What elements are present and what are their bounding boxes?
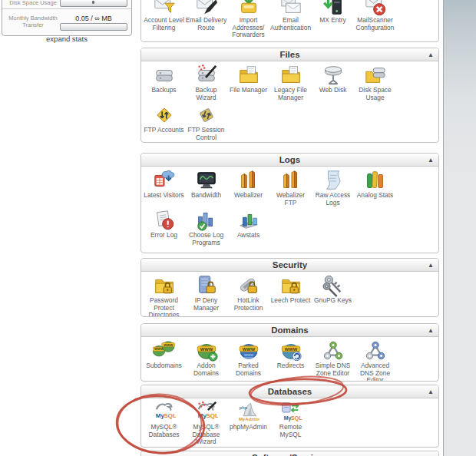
mailscanner-configuration-icon — [364, 0, 387, 17]
app-item-raw-access-logs[interactable]: Raw Access Logs — [312, 169, 354, 207]
app-item-label: MySQL® Database Wizard — [185, 424, 227, 446]
section-panel-files: Files▲BackupsBackup WizardFile ManagerLe… — [140, 48, 439, 143]
app-item-label: MySQL® Databases — [143, 424, 185, 438]
app-item-mysql-databases[interactable]: MySQLMySQL® Databases — [143, 401, 185, 446]
app-item-label: Simple DNS Zone Editor — [312, 362, 354, 377]
stats-sidebar: Disk Space Usage Monthly Bandwidth Trans… — [2, 0, 132, 36]
disk-space-usage-label: Disk Space Usage — [6, 0, 60, 7]
section-header-files[interactable]: Files▲ — [141, 48, 438, 61]
app-item-redirects[interactable]: WWWRedirects — [269, 339, 312, 382]
app-item-import-addresses-forwarders[interactable]: Import Addresses/ Forwarders — [227, 0, 269, 39]
page-right-gutter[interactable] — [443, 0, 476, 456]
app-item-label: Parked Domains — [227, 362, 269, 377]
app-item-email-authentication[interactable]: Email Authentication — [269, 0, 312, 39]
app-item-legacy-file-manager[interactable]: Legacy File Manager — [269, 64, 312, 101]
app-item-mysql-database-wizard[interactable]: MySQLMySQL® Database Wizard — [185, 401, 227, 446]
error-log-icon — [153, 209, 176, 232]
legacy-file-manager-icon — [279, 64, 302, 87]
app-item-latest-visitors[interactable]: Latest Visitors — [143, 169, 185, 207]
expand-stats-link[interactable]: expand stats — [2, 35, 132, 43]
app-item-backup-wizard[interactable]: Backup Wizard — [185, 64, 227, 101]
app-item-label: Webalizer FTP — [269, 192, 312, 207]
ftp-accounts-icon — [153, 104, 176, 127]
analog-stats-icon — [364, 169, 387, 192]
app-item-error-log[interactable]: Error Log — [143, 209, 185, 246]
app-item-simple-dns-zone-editor[interactable]: Simple DNS Zone Editor — [312, 339, 354, 382]
bandwidth-transfer-bar — [60, 23, 127, 31]
section-header-domains[interactable]: Domains▲ — [141, 324, 438, 337]
section-title: Databases — [268, 387, 312, 396]
addon-domains-icon: WWW — [195, 339, 218, 362]
app-item-addon-domains[interactable]: WWWAddon Domains — [185, 339, 227, 382]
main-panel-column: Account Level FilteringEmail Delivery Ro… — [140, 0, 439, 456]
app-item-mailscanner-configuration[interactable]: MailScanner Configuration — [354, 0, 396, 39]
app-item-leech-protect[interactable]: Leech Protect — [269, 274, 312, 317]
app-item-label: HotLink Protection — [227, 297, 269, 312]
collapse-arrow-icon[interactable]: ▲ — [428, 324, 434, 337]
app-item-label: Remote MySQL — [269, 424, 312, 438]
webalizer-icon — [237, 169, 260, 192]
collapse-arrow-icon[interactable]: ▲ — [428, 451, 434, 456]
app-item-email-delivery-route[interactable]: Email Delivery Route — [185, 0, 227, 39]
app-item-web-disk[interactable]: Web Disk — [312, 64, 354, 101]
app-item-choose-log-programs[interactable]: Choose Log Programs — [185, 209, 227, 246]
section-items-files: BackupsBackup WizardFile ManagerLegacy F… — [141, 61, 438, 143]
collapse-arrow-icon[interactable]: ▲ — [428, 385, 434, 398]
mysql-databases-icon: MySQL — [153, 401, 176, 424]
section-panel-domains: Domains▲WWWWWWSubdomainsWWWAddon Domains… — [140, 323, 439, 382]
app-item-password-protect-directories[interactable]: Password Protect Directories — [143, 274, 185, 317]
section-title: Security — [273, 260, 307, 269]
app-item-webalizer[interactable]: Webalizer — [227, 169, 269, 207]
app-item-ftp-session-control[interactable]: FTP Session Control — [185, 104, 227, 141]
section-header-logs[interactable]: Logs▲ — [141, 154, 438, 167]
app-item-label: Subdomains — [146, 362, 182, 370]
collapse-arrow-icon[interactable]: ▲ — [428, 259, 434, 272]
svg-text:php: php — [239, 405, 247, 410]
collapse-arrow-icon[interactable]: ▲ — [428, 48, 434, 61]
app-item-ftp-accounts[interactable]: FTP Accounts — [143, 104, 185, 141]
app-item-label: Account Level Filtering — [143, 17, 185, 31]
app-item-label: Email Authentication — [269, 17, 312, 31]
section-items-domains: WWWWWWSubdomainsWWWAddon DomainsWWWWWWWW… — [141, 337, 438, 382]
app-item-file-manager[interactable]: File Manager — [227, 64, 269, 101]
app-item-account-level-filtering[interactable]: Account Level Filtering — [143, 0, 185, 39]
app-item-analog-stats[interactable]: Analog Stats — [354, 169, 396, 207]
app-item-mx-entry[interactable]: MX Entry — [312, 0, 354, 39]
app-item-label: Choose Log Programs — [185, 232, 227, 246]
section-title: Software/Services — [252, 453, 328, 456]
app-item-label: MX Entry — [319, 17, 345, 25]
app-item-phpmyadmin[interactable]: phpMyAdminphpMyAdmin — [227, 401, 269, 446]
app-item-label: IP Deny Manager — [185, 297, 227, 312]
simple-dns-zone-editor-icon — [322, 339, 345, 362]
section-header-security[interactable]: Security▲ — [141, 259, 438, 272]
section-panel-logs: Logs▲Latest VisitorsBandwidthWebalizerWe… — [140, 153, 439, 253]
collapse-arrow-icon[interactable]: ▲ — [428, 154, 434, 167]
app-item-bandwidth[interactable]: Bandwidth — [185, 169, 227, 207]
svg-text:MyAdmin: MyAdmin — [238, 417, 259, 421]
email-delivery-route-icon — [195, 0, 218, 17]
app-item-label: Backup Wizard — [185, 87, 227, 101]
app-item-webalizer-ftp[interactable]: Webalizer FTP — [269, 169, 312, 207]
app-item-ip-deny-manager[interactable]: IP Deny Manager — [185, 274, 227, 317]
app-item-label: GnuPG Keys — [314, 297, 352, 305]
raw-access-logs-icon — [322, 169, 345, 192]
app-item-gnupg-keys[interactable]: GnuPG Keys — [312, 274, 354, 317]
svg-text:WWW: WWW — [242, 347, 255, 352]
app-item-parked-domains[interactable]: WWWWWWWWWParked Domains — [227, 339, 269, 382]
webalizer-ftp-icon — [279, 169, 302, 192]
app-item-hotlink-protection[interactable]: HotLink Protection — [227, 274, 269, 317]
app-item-remote-mysql[interactable]: MySQLRemote MySQL — [269, 401, 312, 446]
section-header-databases[interactable]: Databases▲ — [141, 385, 438, 398]
app-item-label: Web Disk — [319, 87, 347, 94]
section-items-mail-partial: Account Level FilteringEmail Delivery Ro… — [141, 0, 438, 42]
section-header-software[interactable]: Software/Services▲ — [141, 451, 438, 456]
app-item-backups[interactable]: Backups — [143, 64, 185, 101]
section-title: Files — [279, 50, 299, 59]
app-item-awstats[interactable]: Awstats — [227, 209, 269, 246]
app-item-label: Awstats — [237, 232, 259, 240]
section-title: Logs — [279, 155, 300, 164]
app-item-advanced-dns-zone-editor[interactable]: Advanced DNS Zone Editor — [354, 339, 396, 382]
app-item-disk-space-usage[interactable]: Disk Space Usage — [354, 64, 396, 101]
app-item-subdomains[interactable]: WWWWWWSubdomains — [143, 339, 185, 382]
section-title: Domains — [271, 325, 309, 335]
